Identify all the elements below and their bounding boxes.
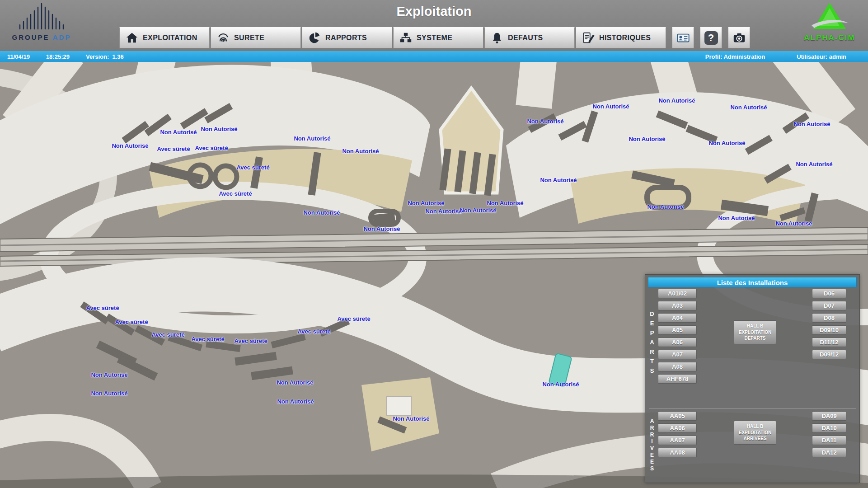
nav-label: RAPPORTS — [325, 34, 367, 42]
nav-label: SYSTEME — [417, 34, 452, 42]
nav-exploitation[interactable]: EXPLOITATION — [119, 27, 210, 48]
status-bar: 11/04/19 18:25:29 Version: 1.36 Profil: … — [0, 51, 868, 62]
panel-divider — [649, 408, 856, 409]
nav-systeme[interactable]: SYSTEME — [393, 27, 483, 48]
status-time: 18:25:29 — [46, 53, 70, 60]
network-icon — [399, 31, 413, 45]
home-icon — [125, 31, 139, 45]
page-title: Exploitation — [0, 4, 868, 19]
status-user: Utilisateur: admin — [797, 53, 846, 60]
status-version: Version: 1.36 — [86, 53, 124, 60]
groupe-adp-wordmark: GROUPE ADP — [5, 33, 78, 41]
hall-button-line: EXPLOITATION — [739, 430, 771, 436]
installation-button-d08[interactable]: D08 — [812, 313, 846, 323]
installation-button-d09-12[interactable]: D09/12 — [812, 350, 846, 359]
camera-icon — [732, 31, 746, 45]
installation-button-a04[interactable]: A04 — [658, 313, 697, 323]
nav-label: DEFAUTS — [508, 34, 543, 42]
installation-button-aa05[interactable]: AA05 — [658, 411, 697, 421]
status-date: 11/04/19 — [7, 53, 30, 60]
alpha-cim-logo: ALPHA-CIM — [796, 1, 863, 51]
bell-icon — [490, 31, 504, 45]
alpha-cim-wordmark: ALPHA-CIM — [796, 33, 863, 42]
installation-button-aa06[interactable]: AA06 — [658, 423, 697, 433]
nav-label: SURETE — [234, 34, 264, 42]
arrivees-side-label: ARRIVEES — [647, 418, 657, 472]
installation-button-a07[interactable]: A07 — [658, 350, 697, 359]
nav-label: HISTORIQUES — [599, 34, 651, 42]
hall-button-line: HALL B — [747, 423, 763, 430]
status-profile: Profil: Administration — [705, 53, 765, 60]
fingerprint-icon — [216, 31, 230, 45]
hall-button-line: ARRIVEES — [743, 436, 766, 442]
main-nav: EXPLOITATIONSURETERAPPORTSSYSTEMEDEFAUTS… — [119, 27, 750, 48]
installation-button-da10[interactable]: DA10 — [812, 423, 846, 433]
installation-button-ahf678[interactable]: AHF678 — [658, 374, 697, 384]
history-icon — [582, 31, 595, 45]
help-button[interactable]: ? — [700, 27, 722, 48]
pie-chart-icon — [308, 31, 321, 45]
nav-rapports[interactable]: RAPPORTS — [302, 27, 392, 48]
installation-button-a01-02[interactable]: A01/02 — [658, 289, 697, 298]
help-icon: ? — [704, 31, 718, 45]
alpha-cim-logo-mark — [802, 1, 857, 32]
id-card-icon — [676, 31, 690, 45]
installation-button-aa08[interactable]: AA08 — [658, 448, 697, 457]
installation-button-d07[interactable]: D07 — [812, 301, 846, 310]
id-card-button[interactable] — [672, 27, 694, 48]
nav-defauts[interactable]: DEFAUTS — [484, 27, 575, 48]
groupe-adp-logo: GROUPE ADP — [5, 2, 78, 50]
installations-panel: Liste des Installations DEPARTS A01/02A0… — [645, 274, 860, 483]
installation-button-da09[interactable]: DA09 — [812, 411, 846, 421]
installations-panel-title: Liste des Installations — [648, 277, 857, 287]
hall-button-line: EXPLOITATION — [739, 329, 771, 336]
installation-button-da11[interactable]: DA11 — [812, 436, 846, 445]
arrivees-da-column: DA09DA10DA11DA12 — [812, 411, 846, 457]
installation-button-d11-12[interactable]: D11/12 — [812, 338, 846, 347]
installation-button-a06[interactable]: A06 — [658, 338, 697, 347]
nav-historiques[interactable]: HISTORIQUES — [576, 27, 666, 48]
camera-button[interactable] — [728, 27, 750, 48]
departs-d-column: D06D07D08D09/10D11/12D09/12 — [812, 289, 846, 359]
adp-logo-mark — [14, 2, 69, 31]
hall-button-line: DEPARTS — [744, 335, 765, 342]
installation-button-a05[interactable]: A05 — [658, 325, 697, 335]
arrivees-aa-column: AA05AA06AA07AA08 — [658, 411, 697, 457]
installation-button-a08[interactable]: A08 — [658, 362, 697, 371]
installation-button-d06[interactable]: D06 — [812, 289, 846, 298]
installation-button-aa07[interactable]: AA07 — [658, 436, 697, 445]
nav-surete[interactable]: SURETE — [211, 27, 301, 48]
installation-button-da12[interactable]: DA12 — [812, 448, 846, 457]
hall-b-arrivees-button[interactable]: HALL BEXPLOITATIONARRIVEES — [734, 421, 776, 445]
installation-button-d09-10[interactable]: D09/10 — [812, 325, 846, 335]
departs-a-column: A01/02A03A04A05A06A07A08AHF678 — [658, 289, 697, 384]
top-header: Exploitation GROUPE ADP ALPHA-CIM EXPLOI… — [0, 0, 868, 51]
hall-button-line: HALL B — [747, 323, 763, 329]
installation-button-a03[interactable]: A03 — [658, 301, 697, 310]
departs-side-label: DEPARTS — [647, 309, 657, 375]
hall-b-departs-button[interactable]: HALL BEXPLOITATIONDEPARTS — [734, 320, 776, 344]
nav-label: EXPLOITATION — [143, 34, 197, 42]
